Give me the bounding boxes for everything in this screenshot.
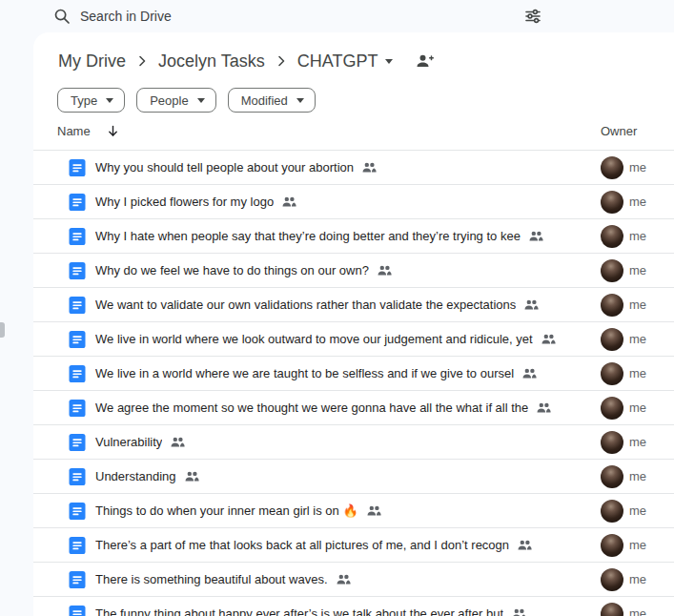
owner-cell: me (601, 397, 674, 420)
scrollbar-thumb[interactable] (0, 322, 5, 338)
owner-name: me (629, 229, 646, 243)
owner-cell: me (601, 225, 674, 248)
file-row[interactable]: We agree the moment so we thought we wer… (33, 391, 674, 425)
owner-cell: me (601, 431, 674, 454)
file-row[interactable]: Things to do when your inner mean girl i… (33, 494, 674, 528)
chevron-right-icon (274, 53, 289, 69)
shared-people-icon (518, 540, 532, 550)
owner-name: me (629, 469, 646, 483)
breadcrumb: My Drive Jocelyn Tasks CHATGPT (33, 32, 674, 74)
owner-name: me (629, 606, 646, 616)
owner-name: me (629, 538, 646, 552)
file-name: Why I picked flowers for my logo (95, 195, 274, 209)
file-name: There’s a part of me that looks back at … (95, 538, 509, 552)
shared-people-icon (378, 265, 392, 276)
owner-avatar (601, 500, 623, 523)
filter-chip-modified[interactable]: Modified (228, 88, 316, 113)
owner-cell: me (601, 465, 674, 488)
file-row[interactable]: Why do we feel we have to do things on o… (33, 254, 674, 288)
owner-name: me (629, 572, 646, 586)
name-column-header[interactable]: Name (57, 124, 91, 138)
file-row[interactable]: Why I hate when people say that they’re … (33, 219, 674, 254)
breadcrumb-current-folder[interactable]: CHATGPT (291, 50, 400, 73)
file-name: Understanding (95, 469, 176, 483)
breadcrumb-my-drive[interactable]: My Drive (51, 50, 133, 73)
owner-avatar (601, 294, 623, 317)
owner-name: me (629, 435, 646, 449)
sort-direction-button[interactable] (106, 124, 120, 138)
shared-people-icon (185, 471, 199, 482)
google-docs-icon (68, 570, 87, 589)
chip-label: Modified (241, 93, 288, 108)
google-docs-icon (68, 536, 87, 555)
owner-name: me (629, 503, 646, 518)
advanced-search-button[interactable] (521, 4, 545, 29)
shared-people-icon (522, 368, 537, 379)
owner-avatar (601, 568, 623, 591)
file-name: We want to validate our own validations … (95, 298, 516, 312)
filter-chip-type[interactable]: Type (57, 88, 125, 113)
file-list-header: Name Owner (33, 113, 674, 151)
owner-cell: me (601, 362, 674, 385)
owner-name: me (629, 400, 646, 415)
file-name: The funny thing about happy ever after’s… (95, 606, 503, 616)
file-row[interactable]: There’s a part of me that looks back at … (33, 528, 674, 563)
owner-cell: me (601, 534, 674, 557)
owner-avatar (601, 397, 623, 420)
owner-avatar (601, 191, 623, 214)
file-name: Why you should tell people about your ab… (95, 160, 354, 175)
owner-avatar (601, 259, 623, 282)
shared-people-icon (529, 231, 543, 241)
chevron-down-icon (296, 98, 304, 103)
google-docs-icon (68, 605, 87, 616)
owner-cell: me (601, 259, 674, 282)
owner-avatar (601, 534, 623, 557)
google-docs-icon (68, 433, 87, 452)
drive-content-card: My Drive Jocelyn Tasks CHATGPT (33, 32, 674, 616)
owner-column-header[interactable]: Owner (601, 124, 674, 138)
file-row[interactable]: The funny thing about happy ever after’s… (33, 597, 674, 616)
file-list: Why you should tell people about your ab… (33, 151, 674, 616)
share-folder-button[interactable] (415, 53, 434, 69)
file-row[interactable]: We live in world where we look outward t… (33, 322, 674, 357)
file-row[interactable]: Vulnerability me (33, 425, 674, 460)
owner-name: me (629, 366, 646, 380)
google-docs-icon (68, 502, 87, 521)
owner-cell: me (601, 500, 674, 523)
breadcrumb-jocelyn-tasks[interactable]: Jocelyn Tasks (152, 50, 272, 73)
shared-people-icon (537, 402, 551, 413)
file-row[interactable]: Why I picked flowers for my logo me (33, 185, 674, 219)
file-row[interactable]: Understanding me (33, 460, 674, 494)
owner-name: me (629, 263, 646, 277)
owner-name: me (629, 160, 646, 175)
file-name: We live in world where we look outward t… (95, 332, 533, 346)
shared-people-icon (541, 334, 556, 344)
google-docs-icon (68, 399, 87, 418)
filter-chip-people[interactable]: People (136, 88, 215, 113)
chip-label: Type (71, 93, 97, 108)
google-docs-icon (68, 261, 87, 280)
owner-avatar (601, 225, 623, 248)
search-bar[interactable] (44, 2, 553, 31)
tune-icon (524, 8, 541, 25)
chevron-down-icon (197, 98, 205, 103)
file-row[interactable]: Why you should tell people about your ab… (33, 151, 674, 185)
chevron-down-icon (106, 98, 113, 103)
file-row[interactable]: We live in a world where we are taught t… (33, 357, 674, 391)
google-docs-icon (68, 467, 87, 486)
sort-arrow-down-icon (106, 124, 120, 138)
file-name: Things to do when your inner mean girl i… (95, 503, 358, 518)
file-row[interactable]: We want to validate our own validations … (33, 288, 674, 322)
shared-people-icon (512, 608, 526, 616)
shared-people-icon (362, 162, 377, 173)
search-input[interactable] (80, 9, 511, 24)
search-icon (53, 8, 71, 25)
owner-cell: me (601, 294, 674, 317)
drive-search-header (0, 0, 674, 32)
google-docs-icon (68, 158, 87, 177)
filter-chips: Type People Modified (33, 74, 674, 113)
owner-cell: me (601, 191, 674, 214)
file-row[interactable]: There is something beautiful about waves… (33, 563, 674, 597)
folder-menu-caret-icon (385, 59, 393, 64)
file-name: We live in a world where we are taught t… (95, 366, 514, 380)
